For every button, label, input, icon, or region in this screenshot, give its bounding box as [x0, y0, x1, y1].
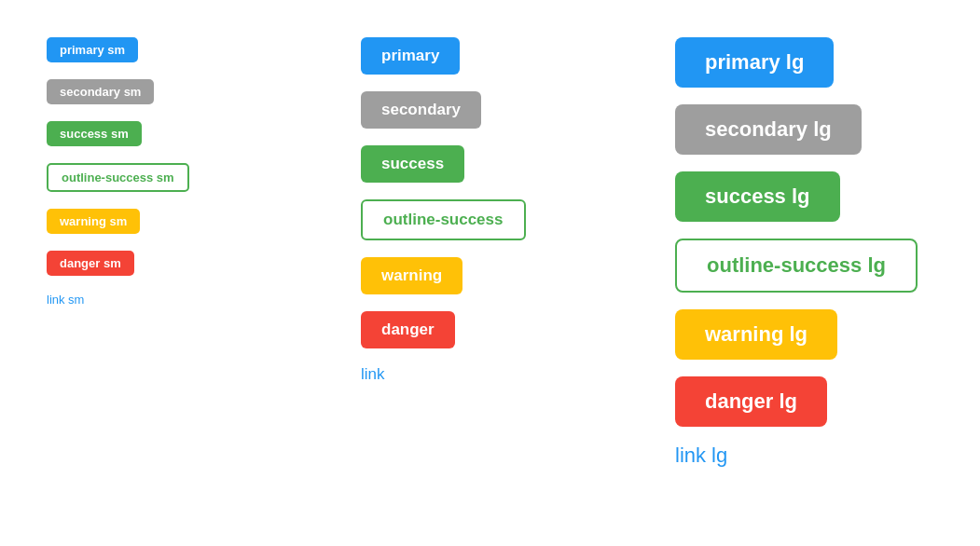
button-secondary-md[interactable]: secondary	[361, 91, 481, 129]
button-warning-lg[interactable]: warning lg	[675, 309, 837, 360]
button-outline-success-lg[interactable]: outline-success lg	[675, 239, 918, 293]
column-sm: primary smsecondary smsuccess smoutline-…	[19, 19, 333, 325]
button-link-md[interactable]: link	[361, 365, 385, 384]
button-secondary-lg[interactable]: secondary lg	[675, 104, 862, 155]
button-link-lg[interactable]: link lg	[675, 444, 727, 468]
button-success-sm[interactable]: success sm	[47, 121, 142, 146]
button-danger-lg[interactable]: danger lg	[675, 376, 827, 427]
button-outline-success-sm[interactable]: outline-success sm	[47, 163, 189, 192]
column-md: primarysecondarysuccessoutline-successwa…	[333, 19, 647, 403]
button-outline-success-md[interactable]: outline-success	[361, 199, 526, 240]
button-danger-md[interactable]: danger	[361, 311, 455, 348]
button-primary-lg[interactable]: primary lg	[675, 37, 834, 88]
button-primary-md[interactable]: primary	[361, 37, 460, 75]
button-warning-md[interactable]: warning	[361, 257, 462, 294]
button-showcase: primary smsecondary smsuccess smoutline-…	[19, 19, 961, 486]
button-link-sm[interactable]: link sm	[47, 293, 84, 307]
button-warning-sm[interactable]: warning sm	[47, 209, 140, 234]
column-lg: primary lgsecondary lgsuccess lgoutline-…	[647, 19, 961, 486]
button-secondary-sm[interactable]: secondary sm	[47, 79, 154, 104]
button-success-md[interactable]: success	[361, 145, 464, 183]
button-success-lg[interactable]: success lg	[675, 171, 840, 222]
button-danger-sm[interactable]: danger sm	[47, 251, 134, 276]
button-primary-sm[interactable]: primary sm	[47, 37, 138, 62]
